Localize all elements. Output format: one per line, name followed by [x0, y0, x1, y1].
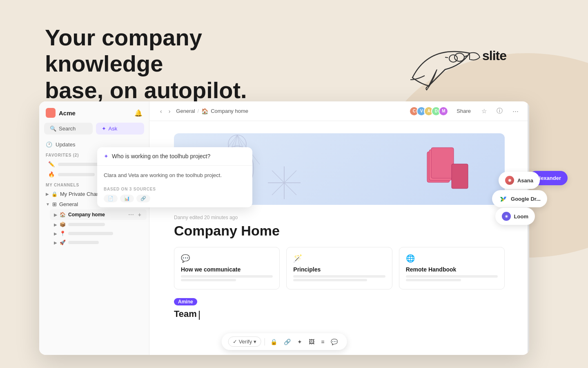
avatar-5: M: [439, 106, 448, 116]
ask-button[interactable]: ✦ Ask: [96, 123, 145, 135]
doc-cards: 💬 How we communicate 🪄 Principles 🌐 Remo…: [174, 247, 505, 289]
asana-icon: ❋: [505, 176, 514, 185]
ai-star-icon: ✦: [104, 153, 109, 159]
team-row: Team: [174, 309, 505, 320]
chevron-right-icon: ▶: [46, 192, 49, 196]
share-button[interactable]: Share: [453, 106, 474, 116]
pen-icon: ✏️: [48, 161, 55, 167]
card-bar-5: [406, 275, 498, 278]
hero-heading: Your company knowledge base, on autopilo…: [45, 25, 298, 103]
comment-btn[interactable]: 💬: [328, 337, 340, 346]
link-btn[interactable]: 🔗: [281, 337, 293, 346]
lock-btn[interactable]: 🔒: [268, 337, 280, 346]
image-btn[interactable]: 🖼: [306, 337, 317, 346]
sidebar-header: Acme 🔔: [39, 101, 149, 123]
card-principles-title: Principles: [293, 266, 385, 273]
loom-label: Loom: [514, 213, 528, 220]
source-chip-3: 🔗: [136, 195, 150, 202]
gdrive-icon: [499, 194, 508, 203]
app-window: Acme 🔔 🔍 Search ✦ Ask 🕐 Updates FAVORITE…: [39, 101, 529, 355]
banner-figure-2: [268, 166, 301, 201]
card-handbook[interactable]: 🌐 Remote Handbook: [399, 247, 505, 289]
star-button[interactable]: ☆: [479, 106, 489, 117]
clock-icon: 🕐: [46, 141, 52, 148]
sub-chevron-1: ▶: [54, 222, 57, 227]
pin-icon: 📍: [60, 231, 66, 236]
add-child-button[interactable]: +: [137, 211, 143, 218]
workspace-avatar: [46, 108, 56, 118]
doc-title: Company Home: [174, 223, 505, 239]
bell-icon[interactable]: 🔔: [134, 109, 143, 117]
fire-icon: 🔥: [48, 171, 55, 177]
list-btn[interactable]: ≡: [318, 337, 327, 346]
principles-icon: 🪄: [293, 254, 385, 263]
workspace-name[interactable]: Acme: [46, 108, 76, 118]
channel-sub-item-3[interactable]: ▶ 🚀: [50, 238, 147, 247]
source-chart-icon: 📊: [124, 196, 130, 201]
doc-meta: Danny edited 20 minutes ago: [174, 215, 505, 220]
handbook-icon: 🌐: [406, 254, 498, 263]
sub-bar-1: [68, 223, 105, 226]
ai-answer: Clara and Veta are working on the toolhu…: [97, 166, 252, 185]
svg-line-2: [445, 57, 448, 58]
breadcrumb-general[interactable]: General: [176, 108, 195, 114]
breadcrumb: General / 🏠 Company home: [176, 108, 406, 114]
breadcrumb-home-icon: 🏠: [201, 108, 208, 114]
main-content: ‹ › General / 🏠 Company home C V A D M S…: [149, 101, 529, 355]
source-doc-icon: 📄: [108, 196, 114, 201]
slite-logo: slite: [482, 48, 506, 63]
toolbar: ‹ › General / 🏠 Company home C V A D M S…: [149, 101, 529, 121]
ai-sources-label: BASED ON 3 SOURCES: [97, 185, 252, 195]
books-illustration: [415, 139, 480, 202]
toolbar-actions: C V A D M Share ☆ ⓘ ⋯: [409, 105, 521, 117]
amine-tag: Amine: [174, 298, 505, 307]
forward-button[interactable]: ›: [166, 106, 173, 116]
gdrive-label: Google Dr...: [511, 196, 541, 202]
breadcrumb-separator: /: [198, 108, 199, 114]
sub-bar-2: [68, 232, 113, 235]
ai-popup: ✦ Who is working on the toolhub project?…: [97, 147, 252, 207]
card-communicate[interactable]: 💬 How we communicate: [174, 247, 280, 289]
sidebar: Acme 🔔 🔍 Search ✦ Ask 🕐 Updates FAVORITE…: [39, 101, 149, 355]
card-bar-3: [293, 275, 385, 278]
svg-rect-18: [431, 148, 454, 178]
company-home-item[interactable]: ▶ 🏠 Company home ⋯ +: [50, 209, 147, 220]
fav-bar-2: [58, 173, 95, 176]
info-button[interactable]: ⓘ: [494, 105, 505, 117]
card-communicate-title: How we communicate: [181, 266, 273, 273]
card-bar-4: [293, 279, 367, 281]
editor-toolbar: ✓ Verify ▾ 🔒 🔗 ✦ 🖼 ≡ 💬: [222, 333, 347, 350]
back-button[interactable]: ‹: [158, 106, 165, 116]
sparkle-icon: ✦: [102, 126, 106, 132]
rocket-icon: 🚀: [60, 240, 66, 245]
breadcrumb-company-home[interactable]: Company home: [211, 108, 248, 114]
search-button[interactable]: 🔍 Search: [44, 123, 93, 135]
card-bar-2: [181, 279, 236, 281]
ai-sources-icons: 📄 📊 🔗: [97, 195, 252, 207]
box-icon: 📦: [60, 222, 66, 227]
text-cursor: [199, 311, 200, 320]
card-principles[interactable]: 🪄 Principles: [286, 247, 392, 289]
grid-icon: ⊞: [52, 201, 57, 207]
ai-btn[interactable]: ✦: [295, 337, 305, 346]
plane-illustration: [396, 20, 486, 102]
card-bar-6: [406, 279, 461, 281]
chevron-down-icon: ▼: [46, 202, 50, 206]
loom-icon: ✳: [502, 212, 511, 221]
search-icon: 🔍: [50, 126, 56, 132]
channel-children: ▶ 🏠 Company home ⋯ + ▶ 📦: [50, 209, 147, 247]
channel-sub-item-1[interactable]: ▶ 📦: [50, 220, 147, 229]
source-link-icon: 🔗: [140, 196, 146, 201]
more-options-button[interactable]: ⋯: [127, 211, 135, 218]
card-handbook-title: Remote Handbook: [406, 266, 498, 273]
asana-badge: ❋ Asana: [499, 172, 540, 189]
channel-sub-item-2[interactable]: ▶ 📍: [50, 229, 147, 238]
svg-point-1: [449, 55, 457, 62]
verify-button[interactable]: ✓ Verify ▾: [228, 337, 261, 347]
more-options-toolbar-button[interactable]: ⋯: [510, 106, 521, 117]
communicate-icon: 💬: [181, 254, 273, 263]
nav-arrows: ‹ ›: [158, 106, 173, 116]
search-ask-row: 🔍 Search ✦ Ask: [39, 123, 149, 139]
loom-badge: ✳ Loom: [495, 208, 535, 225]
home-icon: 🏠: [60, 212, 66, 218]
